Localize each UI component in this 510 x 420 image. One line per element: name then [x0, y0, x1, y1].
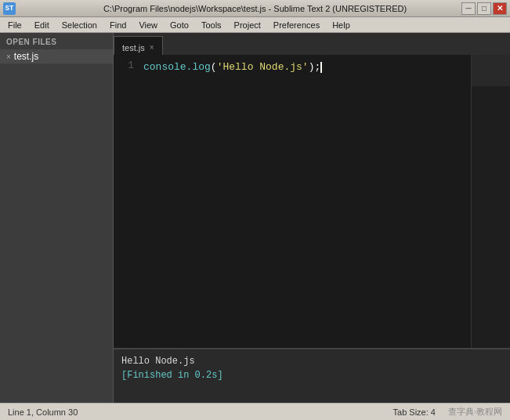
title-bar: ST C:\Program Files\nodejs\Workspace\tes…	[0, 0, 510, 17]
file-close-icon[interactable]: ×	[6, 52, 11, 61]
window-controls: ─ □ ✕	[461, 2, 507, 15]
menu-item-preferences[interactable]: Preferences	[267, 17, 326, 32]
tab-filename: test.js	[122, 43, 145, 52]
menu-item-file[interactable]: File	[2, 17, 28, 32]
sidebar-filename: test.js	[14, 51, 38, 62]
menu-item-goto[interactable]: Goto	[164, 17, 195, 32]
code-console: console	[143, 61, 186, 73]
status-bar: Line 1, Column 30 Tab Size: 4 查字典·教程网	[0, 403, 510, 420]
menu-item-tools[interactable]: Tools	[195, 17, 228, 32]
menu-item-view[interactable]: View	[132, 17, 164, 32]
menu-item-find[interactable]: Find	[103, 17, 132, 32]
console-output: Hello Node.js [Finished in 0.2s]	[114, 348, 510, 403]
code-paren-open: (	[211, 61, 217, 73]
editor-tab[interactable]: test.js ×	[114, 36, 163, 55]
code-line-1: console.log('Hello Node.js');	[143, 60, 465, 75]
tab-close-button[interactable]: ×	[150, 43, 154, 52]
code-string: 'Hello Node.js'	[217, 61, 309, 73]
code-semicolon: ;	[314, 61, 320, 73]
text-cursor	[320, 62, 322, 73]
console-line-2: [Finished in 0.2s]	[121, 368, 502, 382]
menu-item-project[interactable]: Project	[228, 17, 267, 32]
cursor-position: Line 1, Column 30	[8, 407, 78, 417]
app-icon: ST	[3, 2, 16, 15]
editor-area: test.js × 1 console.log('Hello Node.js')…	[114, 33, 510, 403]
tab-bar: test.js ×	[114, 33, 510, 55]
console-line-1: Hello Node.js	[121, 354, 502, 368]
menu-item-edit[interactable]: Edit	[28, 17, 56, 32]
minimize-button[interactable]: ─	[461, 2, 476, 15]
code-editor[interactable]: 1 console.log('Hello Node.js');	[114, 55, 510, 348]
menu-item-selection[interactable]: Selection	[56, 17, 103, 32]
minimap	[471, 55, 510, 348]
menu-bar: FileEditSelectionFindViewGotoToolsProjec…	[0, 17, 510, 33]
open-files-label: OPEN FILES	[0, 33, 113, 49]
code-log: .log	[186, 61, 211, 73]
minimap-highlight	[472, 55, 510, 86]
sidebar: OPEN FILES × test.js	[0, 33, 114, 403]
menu-item-help[interactable]: Help	[326, 17, 356, 32]
line-number: 1	[114, 60, 134, 71]
watermark: 查字典·教程网	[448, 406, 502, 418]
sidebar-file-item[interactable]: × test.js	[0, 49, 113, 63]
main-content: OPEN FILES × test.js test.js × 1 console…	[0, 33, 510, 403]
tab-size: Tab Size: 4	[393, 407, 436, 417]
maximize-button[interactable]: □	[477, 2, 491, 15]
window-title: C:\Program Files\nodejs\Workspace\test.j…	[0, 4, 510, 13]
code-content[interactable]: console.log('Hello Node.js');	[137, 55, 471, 348]
close-button[interactable]: ✕	[493, 2, 507, 15]
status-right: Tab Size: 4 查字典·教程网	[393, 406, 502, 418]
line-numbers: 1	[114, 55, 137, 348]
